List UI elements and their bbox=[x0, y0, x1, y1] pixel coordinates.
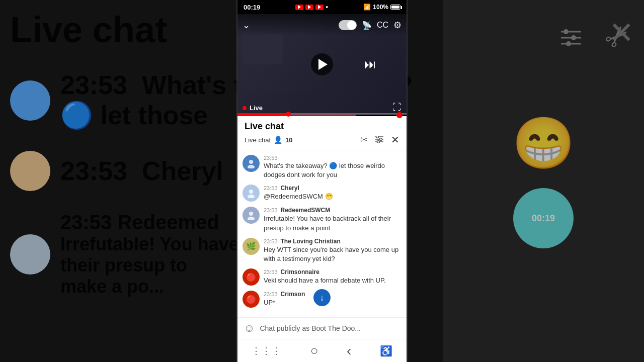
msg-avatar-2 bbox=[243, 185, 260, 202]
msg-content-1: 23:53 What's the takeaway? 🔵 let those w… bbox=[264, 155, 401, 179]
scissors-action-icon[interactable]: ✂ bbox=[360, 134, 368, 145]
msg-text-5: Vekl should have a formal debate with UP… bbox=[264, 276, 401, 285]
ctrl-middle: 📡 CC ⚙ bbox=[339, 20, 401, 31]
youtube-icon-3 bbox=[315, 5, 324, 10]
svg-point-5 bbox=[566, 41, 571, 46]
chat-message-6: 🔴 23:53 Crimson UP* ↓ bbox=[237, 288, 407, 310]
msg-meta-4: 23:53 The Loving Christian bbox=[264, 238, 401, 245]
video-progress-line bbox=[237, 115, 407, 116]
battery-icon bbox=[390, 5, 400, 10]
play-button[interactable] bbox=[311, 53, 333, 75]
phone-overlay: 00:19 • 📶 100% ⏭ ⌄ bbox=[236, 0, 408, 362]
msg-content-6: 23:53 Crimson UP* bbox=[264, 291, 401, 307]
msg-content-2: 23:53 Cheryl @RedeemedSWCM 😁 bbox=[264, 185, 401, 201]
msg-meta-1: 23:53 bbox=[264, 155, 401, 161]
live-text: Live bbox=[250, 104, 263, 112]
scroll-down-button[interactable]: ↓ bbox=[313, 289, 331, 306]
youtube-icon-2 bbox=[305, 5, 313, 10]
chevron-down-icon[interactable]: ⌄ bbox=[243, 20, 250, 31]
msg-avatar-3 bbox=[243, 207, 260, 224]
chat-input-bar[interactable]: ☺ Chat publicly as Boot The Doo... bbox=[237, 317, 407, 339]
wifi-icon: 📶 bbox=[363, 4, 371, 11]
bg-emoji: 😁 bbox=[512, 114, 575, 173]
msg-time-3: 23:53 bbox=[264, 207, 278, 213]
youtube-icon-1 bbox=[295, 5, 303, 10]
svg-point-15 bbox=[248, 195, 255, 198]
cast-icon[interactable]: 📡 bbox=[362, 21, 372, 30]
ctrl-left: ⌄ bbox=[243, 20, 250, 31]
bg-row2-text: 23:53 Cheryl bbox=[60, 156, 223, 186]
chat-header: Live chat Live chat 👤 10 ✂ bbox=[237, 116, 407, 150]
nav-accessibility-icon[interactable]: ♿ bbox=[380, 345, 392, 357]
bg-avatar-2 bbox=[10, 151, 50, 191]
svg-point-9 bbox=[380, 138, 382, 140]
msg-text-4: Hey WTT since you're back have you come … bbox=[264, 245, 401, 263]
chat-message-4: 🌿 23:53 The Loving Christian Hey WTT sin… bbox=[237, 235, 407, 266]
msg-time-6: 23:53 bbox=[264, 291, 278, 297]
msg-time-5: 23:53 bbox=[264, 269, 278, 275]
msg-content-5: 23:53 Crimsonnaire Vekl should have a fo… bbox=[264, 268, 401, 285]
status-icons: • bbox=[295, 3, 328, 11]
skip-next-button[interactable]: ⏭ bbox=[364, 57, 376, 71]
msg-avatar-6: 🔴 bbox=[243, 291, 260, 308]
status-right: 📶 100% bbox=[363, 4, 400, 11]
nav-back-icon[interactable]: ‹ bbox=[347, 343, 351, 359]
chat-subtitle-row: Live chat 👤 10 ✂ bbox=[245, 134, 399, 146]
svg-point-3 bbox=[571, 35, 576, 40]
bg-cyan-circle: 00:19 bbox=[513, 188, 574, 248]
viewer-count: 10 bbox=[285, 136, 292, 144]
chat-message-1: 23:53 What's the takeaway? 🔵 let those w… bbox=[237, 152, 407, 182]
notification-dot: • bbox=[326, 3, 328, 11]
svg-point-13 bbox=[248, 165, 255, 168]
svg-point-11 bbox=[377, 140, 380, 143]
msg-time-2: 23:53 bbox=[264, 185, 278, 191]
svg-point-12 bbox=[249, 160, 253, 164]
chat-input-field[interactable]: Chat publicly as Boot The Doo... bbox=[260, 324, 400, 332]
fullscreen-button[interactable]: ⛶ bbox=[392, 102, 401, 113]
nav-menu-icon[interactable]: ⋮⋮⋮ bbox=[252, 345, 282, 356]
svg-point-1 bbox=[564, 29, 569, 34]
autoplay-toggle[interactable] bbox=[339, 20, 357, 30]
msg-text-1: What's the takeaway? 🔵 let those weirdo … bbox=[264, 161, 401, 179]
chat-subtitle-left: Live chat 👤 10 bbox=[245, 136, 293, 144]
msg-text-2: @RedeemedSWCM 😁 bbox=[264, 192, 401, 201]
status-bar: 00:19 • 📶 100% bbox=[237, 0, 407, 14]
svg-point-7 bbox=[376, 136, 379, 138]
chat-name-label: Live chat bbox=[245, 136, 271, 144]
msg-content-4: 23:53 The Loving Christian Hey WTT since… bbox=[264, 238, 401, 263]
settings-icon[interactable]: ⚙ bbox=[393, 20, 401, 31]
live-badge: Live bbox=[243, 104, 263, 112]
scroll-down-arrow: ↓ bbox=[320, 293, 325, 303]
msg-username-4: The Loving Christian bbox=[281, 238, 341, 245]
msg-username-5: Crimsonnaire bbox=[281, 268, 319, 276]
nav-home-icon[interactable]: ○ bbox=[310, 343, 318, 358]
msg-time-4: 23:53 bbox=[264, 238, 278, 244]
msg-meta-6: 23:53 Crimson bbox=[264, 291, 401, 298]
msg-text-3: Irrefutable! You have to backtrack all o… bbox=[264, 214, 401, 232]
close-chat-icon[interactable]: ✕ bbox=[391, 134, 399, 146]
video-player[interactable]: ⏭ ⌄ 📡 CC ⚙ Live ⛶ bbox=[237, 14, 407, 115]
progress-end-dot bbox=[396, 112, 403, 118]
live-chat-panel: Live chat Live chat 👤 10 ✂ bbox=[237, 116, 407, 362]
background-right: ✂ ✕ 😁 00:19 bbox=[443, 0, 644, 362]
bg-avatar-3 bbox=[10, 234, 50, 275]
chat-message-3: 23:53 RedeemedSWCM Irrefutable! You have… bbox=[237, 204, 407, 235]
chat-message-2: 23:53 Cheryl @RedeemedSWCM 😁 bbox=[237, 182, 407, 204]
svg-point-16 bbox=[249, 212, 253, 216]
emoji-picker-icon[interactable]: ☺ bbox=[244, 322, 255, 335]
video-thumb-inner bbox=[243, 34, 283, 64]
svg-point-17 bbox=[248, 217, 255, 220]
video-controls: ⌄ 📡 CC ⚙ bbox=[237, 14, 407, 36]
live-dot bbox=[243, 106, 247, 110]
chat-actions: ✂ ✕ bbox=[360, 134, 399, 146]
msg-username-6: Crimson bbox=[281, 291, 305, 298]
msg-avatar-1 bbox=[243, 155, 260, 172]
cc-icon[interactable]: CC bbox=[377, 21, 388, 30]
bg-sliders-icon bbox=[558, 28, 584, 50]
msg-username-2: Cheryl bbox=[281, 185, 299, 192]
sliders-action-icon[interactable] bbox=[375, 135, 384, 145]
nav-bar: ⋮⋮⋮ ○ ‹ ♿ bbox=[237, 339, 407, 362]
msg-avatar-4: 🌿 bbox=[243, 238, 260, 255]
bg-avatar-1 bbox=[10, 80, 50, 121]
chat-message-5: 🔴 23:53 Crimsonnaire Vekl should have a … bbox=[237, 266, 407, 288]
